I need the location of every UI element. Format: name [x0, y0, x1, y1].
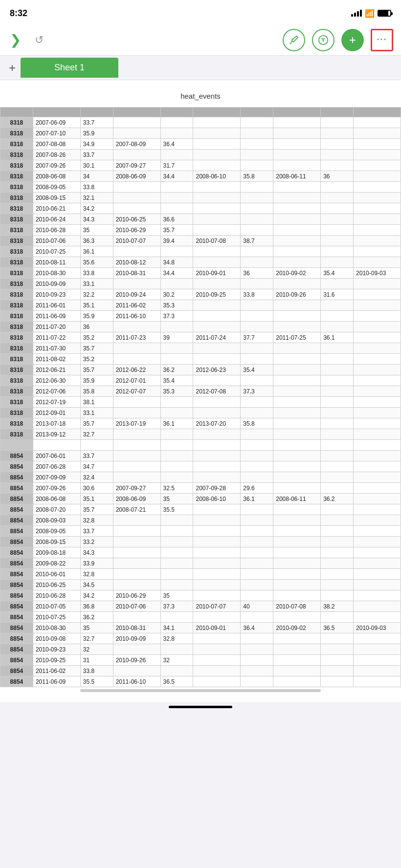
- table-cell[interactable]: 2010-06-28: [33, 225, 80, 236]
- row-header[interactable]: 8318: [0, 193, 33, 203]
- table-cell[interactable]: [193, 590, 241, 601]
- table-cell[interactable]: [80, 440, 113, 451]
- table-row[interactable]: 88542008-09-1533.2: [0, 537, 401, 547]
- row-header[interactable]: 8854: [0, 483, 33, 494]
- table-cell[interactable]: [193, 311, 241, 322]
- table-cell[interactable]: [321, 526, 354, 537]
- table-cell[interactable]: [321, 128, 354, 139]
- table-cell[interactable]: 2007-07-10: [33, 128, 80, 139]
- table-cell[interactable]: 2007-08-26: [33, 150, 80, 160]
- table-cell[interactable]: [241, 526, 273, 537]
- table-cell[interactable]: 2011-06-01: [33, 300, 80, 311]
- table-row[interactable]: 83182010-08-1135.62010-08-1234.8: [0, 257, 401, 268]
- table-cell[interactable]: [321, 236, 354, 246]
- table-row[interactable]: 83182011-06-0135.12011-06-0235.3: [0, 300, 401, 311]
- table-cell[interactable]: [160, 246, 193, 257]
- table-cell[interactable]: [354, 171, 401, 182]
- table-cell[interactable]: 2011-08-02: [33, 354, 80, 365]
- table-cell[interactable]: 31: [80, 655, 113, 666]
- table-cell[interactable]: 32.5: [160, 483, 193, 494]
- table-cell[interactable]: [241, 150, 273, 160]
- row-header[interactable]: 8318: [0, 322, 33, 332]
- table-cell[interactable]: [160, 322, 193, 332]
- table-cell[interactable]: 2012-06-22: [113, 365, 160, 375]
- table-cell[interactable]: [354, 397, 401, 408]
- table-cell[interactable]: [354, 300, 401, 311]
- table-row[interactable]: 88542009-08-2233.9: [0, 558, 401, 569]
- row-header[interactable]: 8854: [0, 537, 33, 547]
- table-cell[interactable]: [160, 472, 193, 483]
- table-cell[interactable]: 32.1: [80, 193, 113, 203]
- row-header[interactable]: 8318: [0, 289, 33, 300]
- table-cell[interactable]: [321, 504, 354, 515]
- table-cell[interactable]: 34.3: [80, 214, 113, 225]
- table-row[interactable]: 83182011-06-0935.92011-06-1037.3: [0, 311, 401, 322]
- table-cell[interactable]: 2011-07-25: [273, 332, 321, 343]
- table-cell[interactable]: [160, 128, 193, 139]
- table-cell[interactable]: [354, 612, 401, 623]
- table-cell[interactable]: 2007-08-09: [113, 139, 160, 150]
- table-cell[interactable]: 2007-06-28: [33, 461, 80, 472]
- table-cell[interactable]: [273, 483, 321, 494]
- table-cell[interactable]: 2012-06-21: [33, 365, 80, 375]
- table-cell[interactable]: [354, 322, 401, 332]
- row-header[interactable]: 8854: [0, 558, 33, 569]
- table-cell[interactable]: 2011-07-20: [33, 322, 80, 332]
- table-cell[interactable]: 35.6: [80, 257, 113, 268]
- table-row[interactable]: 83182013-09-1232.7: [0, 429, 401, 440]
- table-cell[interactable]: [354, 655, 401, 666]
- row-header[interactable]: 8854: [0, 461, 33, 472]
- table-cell[interactable]: [321, 644, 354, 655]
- sheet-tab-1[interactable]: Sheet 1: [21, 58, 118, 78]
- table-row[interactable]: 83182007-07-1035.9: [0, 128, 401, 139]
- row-header[interactable]: 8318: [0, 418, 33, 429]
- table-cell[interactable]: 34.3: [80, 547, 113, 558]
- table-cell[interactable]: 2012-07-06: [33, 386, 80, 397]
- table-cell[interactable]: [193, 655, 241, 666]
- table-cell[interactable]: 2010-07-25: [33, 612, 80, 623]
- table-cell[interactable]: [354, 633, 401, 644]
- table-row[interactable]: 88542010-06-2834.22010-06-2935: [0, 590, 401, 601]
- table-cell[interactable]: 2012-07-19: [33, 397, 80, 408]
- table-cell[interactable]: [160, 117, 193, 128]
- table-cell[interactable]: 2007-09-27: [113, 483, 160, 494]
- table-cell[interactable]: [193, 633, 241, 644]
- table-cell[interactable]: [354, 590, 401, 601]
- table-cell[interactable]: [160, 558, 193, 569]
- table-cell[interactable]: [113, 397, 160, 408]
- table-cell[interactable]: [273, 644, 321, 655]
- table-cell[interactable]: 2010-09-03: [354, 268, 401, 279]
- table-cell[interactable]: [321, 160, 354, 171]
- table-cell[interactable]: 34.5: [80, 580, 113, 590]
- table-row[interactable]: 88542008-09-0533.7: [0, 526, 401, 537]
- table-cell[interactable]: [241, 311, 273, 322]
- table-cell[interactable]: [193, 397, 241, 408]
- table-cell[interactable]: [33, 440, 80, 451]
- table-cell[interactable]: [113, 666, 160, 676]
- table-cell[interactable]: 36.1: [241, 494, 273, 504]
- table-row[interactable]: 83182010-07-2536.1: [0, 246, 401, 257]
- row-header[interactable]: 8854: [0, 451, 33, 461]
- table-cell[interactable]: [193, 225, 241, 236]
- table-cell[interactable]: 35.9: [80, 128, 113, 139]
- spreadsheet-wrapper[interactable]: 83182007-06-0933.783182007-07-1035.98318…: [0, 107, 401, 694]
- row-header[interactable]: 8854: [0, 655, 33, 666]
- table-cell[interactable]: [241, 322, 273, 332]
- table-row[interactable]: 88542007-06-2834.7: [0, 461, 401, 472]
- table-cell[interactable]: 34.7: [80, 461, 113, 472]
- table-cell[interactable]: [321, 408, 354, 418]
- table-cell[interactable]: 2011-07-23: [113, 332, 160, 343]
- table-row[interactable]: 83182010-06-2134.2: [0, 203, 401, 214]
- row-header[interactable]: 8854: [0, 666, 33, 676]
- table-cell[interactable]: 36.4: [241, 623, 273, 633]
- table-cell[interactable]: 36.2: [80, 612, 113, 623]
- table-cell[interactable]: [273, 547, 321, 558]
- table-cell[interactable]: 2010-08-31: [113, 623, 160, 633]
- table-cell[interactable]: 2010-06-24: [33, 214, 80, 225]
- table-cell[interactable]: [160, 526, 193, 537]
- table-cell[interactable]: [354, 515, 401, 526]
- table-cell[interactable]: 2012-07-07: [113, 386, 160, 397]
- table-cell[interactable]: [193, 429, 241, 440]
- table-cell[interactable]: [273, 182, 321, 193]
- table-cell[interactable]: [160, 182, 193, 193]
